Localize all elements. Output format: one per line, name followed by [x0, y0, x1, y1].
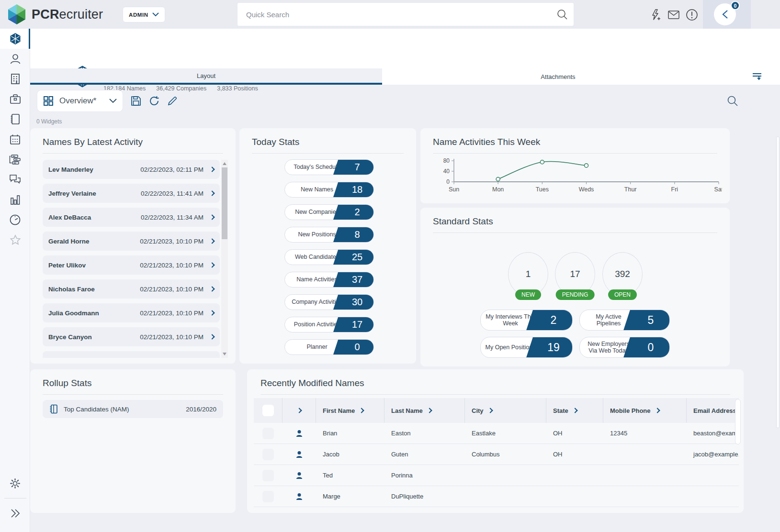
- list-item-partial[interactable]: [43, 351, 220, 358]
- column-header-state[interactable]: State: [546, 398, 603, 423]
- stat-pill-my-interviews[interactable]: My Interviews This Week2: [480, 310, 573, 331]
- sidebar-expand-button[interactable]: [0, 503, 30, 523]
- collapse-widgets-button[interactable]: [734, 68, 780, 85]
- sidebar-item-companies[interactable]: [0, 69, 30, 89]
- row-checkbox[interactable]: [262, 470, 274, 481]
- list-item[interactable]: Jeffrey Verlaine02/22/2023, 11:41 AM: [43, 184, 220, 203]
- table-row[interactable]: Brian Easton Eastlake OH 12345 beaston@e…: [254, 423, 739, 444]
- cell-mobile-phone: [603, 486, 687, 507]
- tab-attachments[interactable]: Attachments: [382, 68, 734, 85]
- sidebar-item-favorites[interactable]: [0, 230, 30, 250]
- expand-column-icon[interactable]: [296, 408, 302, 413]
- cell-last-name: Guten: [384, 444, 465, 465]
- sidebar-item-names[interactable]: [0, 49, 30, 69]
- sidebar-item-reports[interactable]: [0, 189, 30, 210]
- chevron-right-icon: [209, 286, 215, 291]
- quick-search-input[interactable]: [246, 3, 548, 26]
- sidebar-item-dashboard[interactable]: [0, 29, 30, 49]
- sidebar-item-positions[interactable]: [0, 89, 30, 109]
- column-header-email-address[interactable]: Email Address: [687, 398, 739, 423]
- svg-text:Fri: Fri: [671, 186, 678, 193]
- table-row[interactable]: Ted Porinna: [254, 465, 739, 486]
- column-header-last-name[interactable]: Last Name: [384, 398, 465, 423]
- column-header-city[interactable]: City: [465, 398, 546, 423]
- svg-text:Weds: Weds: [579, 186, 594, 193]
- list-item[interactable]: Bryce Canyon02/21/2023, 10:10 PM: [43, 327, 220, 346]
- brand-logo[interactable]: PCRecruiter: [7, 4, 103, 25]
- alert-icon[interactable]: [686, 9, 698, 21]
- stat-pill-name-activities[interactable]: Name Activities37: [284, 272, 374, 288]
- scroll-down-arrow[interactable]: [223, 353, 226, 355]
- person-icon: [295, 450, 304, 459]
- stat-pill-my-active-pipelines[interactable]: My Active Pipelines5: [579, 310, 670, 331]
- chevron-right-icon: [209, 238, 215, 244]
- stat-pill-planner[interactable]: Planner0: [284, 339, 374, 355]
- name-label: Julia Goodmann: [48, 310, 140, 317]
- page-scrollbar-thumb[interactable]: [776, 136, 780, 428]
- stat-pill-new-positions[interactable]: New Positions8: [284, 227, 374, 243]
- stat-pill-web-candidates[interactable]: Web Candidates25: [284, 249, 374, 265]
- column-header-mobile-phone[interactable]: Mobile Phone: [603, 398, 687, 423]
- sidebar-item-settings[interactable]: [0, 473, 30, 493]
- circle-value: 392: [603, 269, 642, 279]
- stat-pill-my-open-positions[interactable]: My Open Positions19: [480, 337, 573, 358]
- name-label: Nicholas Faroe: [48, 286, 140, 293]
- column-header-first-name[interactable]: First Name: [316, 398, 384, 423]
- svg-text:Thur: Thur: [624, 186, 637, 193]
- stat-circle-new[interactable]: 1 NEW: [508, 252, 548, 296]
- row-checkbox[interactable]: [262, 449, 274, 460]
- widget-today-stats: Today Stats Today's Schedule7 New Names1…: [239, 128, 416, 364]
- stat-circle-pending[interactable]: 17 PENDING: [555, 252, 595, 296]
- list-item[interactable]: Nicholas Faroe02/21/2023, 10:10 PM: [43, 279, 220, 299]
- sidebar-item-metrics[interactable]: [0, 210, 30, 230]
- stat-circle-open[interactable]: 392 OPEN: [602, 252, 643, 296]
- save-layout-icon[interactable]: [130, 95, 142, 107]
- list-item[interactable]: Peter Ulikov02/21/2023, 10:10 PM: [43, 255, 220, 275]
- quick-actions-icon[interactable]: [649, 9, 662, 21]
- stat-pill-new-names[interactable]: New Names18: [284, 182, 374, 198]
- tab-layout[interactable]: Layout: [30, 68, 382, 85]
- cell-state: [546, 465, 603, 486]
- pcrecruiter-logo-icon: [7, 4, 27, 25]
- sort-chevron-icon: [572, 408, 577, 413]
- sidebar-item-messages[interactable]: [0, 169, 30, 189]
- sidebar-item-rolodex[interactable]: [0, 109, 30, 129]
- select-all-checkbox[interactable]: [262, 405, 274, 416]
- search-icon[interactable]: [557, 9, 568, 20]
- stat-pill-new-companies[interactable]: New Companies2: [284, 204, 374, 220]
- chevron-left-icon: [722, 10, 728, 19]
- stat-pill-position-activities[interactable]: Position Activities17: [284, 317, 374, 332]
- stat-pill-new-employers-web[interactable]: New Employers Via Web Today0: [579, 337, 670, 358]
- edit-pencil-icon[interactable]: [167, 95, 178, 107]
- table-row[interactable]: Jacob Guten Columbus OH jacob@example.c: [254, 444, 739, 465]
- list-item[interactable]: Julia Goodmann02/21/2023, 10:10 PM: [43, 303, 220, 322]
- list-item[interactable]: Gerald Horne02/21/2023, 10:10 PM: [43, 232, 220, 251]
- search-widgets-icon[interactable]: [727, 95, 738, 107]
- list-item[interactable]: Lev Manderley02/22/2023, 02:11 PM: [43, 160, 220, 179]
- refresh-icon[interactable]: [148, 95, 160, 107]
- admin-dropdown[interactable]: ADMIN: [123, 7, 165, 22]
- stat-value: 37: [341, 272, 373, 287]
- list-item[interactable]: Alex DeBacca02/22/2023, 11:34 AM: [43, 208, 220, 227]
- row-checkbox[interactable]: [262, 428, 274, 439]
- double-chevron-right-icon: [10, 509, 21, 518]
- recent-names-table: First Name Last Name City State Mobile P…: [254, 398, 739, 507]
- sidebar-item-schedule[interactable]: [0, 129, 30, 149]
- table-row[interactable]: Marge DuPliquette: [254, 486, 739, 507]
- scrollbar-thumb[interactable]: [222, 167, 227, 239]
- stat-pill-todays-schedule[interactable]: Today's Schedule7: [284, 159, 374, 175]
- row-checkbox[interactable]: [262, 491, 274, 502]
- dashboard-icon: [10, 33, 21, 45]
- scroll-up-arrow[interactable]: [223, 162, 226, 165]
- sidebar-item-pipelines[interactable]: [0, 149, 30, 169]
- brand-name: PCRecruiter: [32, 7, 103, 22]
- stat-pill-company-activities[interactable]: Company Activities30: [284, 294, 374, 310]
- mail-icon[interactable]: [667, 9, 680, 21]
- layout-selector[interactable]: Overview*: [37, 90, 123, 111]
- names-activity-list: Lev Manderley02/22/2023, 02:11 PM Jeffre…: [43, 160, 220, 358]
- table-scrollbar-thumb[interactable]: [735, 399, 741, 444]
- rollup-item-top-candidates[interactable]: Top Candidates (NAM) 2016/2020: [43, 400, 223, 418]
- cell-email: [687, 465, 739, 486]
- divider: [252, 153, 404, 154]
- list-scrollbar[interactable]: [221, 160, 228, 358]
